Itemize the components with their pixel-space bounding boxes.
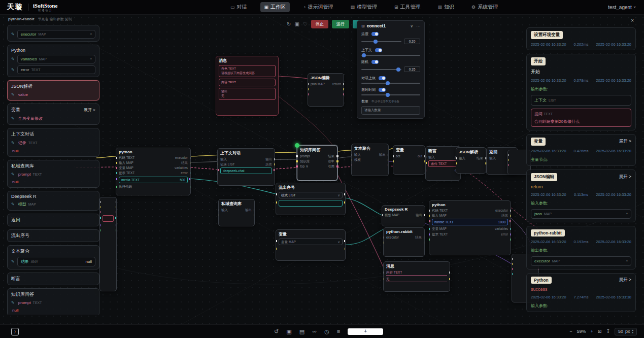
node-seq-node[interactable]: 流出序号模式 LIST∨ <box>276 183 346 215</box>
user-menu[interactable]: test_agent ∨ <box>608 0 636 14</box>
node-card-json-parse[interactable]: JSON解析✎value <box>7 80 99 100</box>
node-kb-qa-node[interactable]: 知识库问答prompt结果知识库命中top_k引用 <box>297 145 337 181</box>
nav-item-prompt-mgmt[interactable]: ◔提示词管理 <box>299 2 337 12</box>
param-field[interactable]: 上下文LIST <box>531 95 631 106</box>
expand-link[interactable]: 展开 > <box>84 107 95 113</box>
toggle-switch[interactable] <box>371 60 379 64</box>
red-field-box[interactable]: 角色 TEXT请根据以下内容生成回答 <box>219 65 276 77</box>
node-card-text-merge[interactable]: 文本聚合✎结果ANYnull <box>7 245 99 269</box>
collapse-sidebar-button[interactable]: ⟩ <box>11 328 19 335</box>
toggle-switch[interactable] <box>379 76 386 80</box>
node-context-node[interactable]: 上下文对话输入输出记录 LIST历史deepseek-chat <box>217 148 275 186</box>
node-python-big-node[interactable]: python代码 TEXTexecutor输入 MAP结果handle TEXT… <box>429 200 511 255</box>
nav-item-knowledge[interactable]: ▥知识 <box>434 2 459 12</box>
edit-icon[interactable]: ✎ <box>11 57 15 61</box>
snapshot-icon[interactable]: ▣ <box>286 328 291 335</box>
slider-track[interactable] <box>361 94 420 95</box>
undo-icon[interactable]: ↺ <box>274 328 279 335</box>
field-box[interactable]: errorTEXT <box>17 65 95 74</box>
field-box[interactable]: variablesMAP^ <box>17 55 95 63</box>
node-card-context-dialog[interactable]: 上下文对话✎记录TEXTnull <box>7 128 99 157</box>
slider-track[interactable] <box>361 41 401 42</box>
node-private-query-node[interactable]: 私域查询库输入输出 <box>218 199 255 226</box>
edit-icon[interactable]: ✎ <box>11 32 15 37</box>
edit-icon[interactable]: ✎ <box>11 92 15 97</box>
chevron-up-icon[interactable]: ^ <box>90 32 92 36</box>
layout-icon[interactable]: ▣ <box>294 21 299 27</box>
node-narrow-node[interactable] <box>99 197 117 291</box>
node-card-kb-qa[interactable]: 知识库问答✎promptTEXTnull <box>7 288 99 315</box>
node-card-deepseek-r[interactable]: Deepseek R✎模型MAP <box>7 191 99 211</box>
slider-thumb[interactable] <box>396 67 400 72</box>
slider-track[interactable] <box>361 83 420 84</box>
grid-size-box[interactable]: 50 px ▴ ▾ <box>615 328 637 335</box>
red-field-box[interactable]: 内容 TEXT <box>219 79 276 86</box>
expand-link[interactable]: 展开 > <box>619 277 631 283</box>
slider-track[interactable] <box>361 69 401 70</box>
chevron-up-icon[interactable]: ^ <box>90 57 92 61</box>
add-node-button[interactable]: + <box>348 328 383 335</box>
nav-item-system-mgmt[interactable]: ⚙系统管理 <box>467 2 502 12</box>
close-icon[interactable]: × <box>631 18 634 23</box>
nav-item-model-mgmt[interactable]: ▤模型管理 <box>346 2 381 12</box>
node-card-private-query[interactable]: 私域查询库✎promptTEXTnull <box>7 160 99 188</box>
fit-view-icon[interactable]: ⊡ <box>598 329 602 334</box>
node-json-parse-node[interactable]: JSON解析输入结果 <box>456 147 486 174</box>
refresh-icon[interactable]: ↻ <box>287 21 291 27</box>
param-field-pink[interactable]: 提问 TEXT合同纠纷案例20条做什么 <box>531 109 631 127</box>
chevron-up-icon[interactable]: ^ <box>626 212 628 216</box>
field-box[interactable]: executorMAP^ <box>17 30 95 39</box>
edit-icon[interactable]: ✎ <box>11 259 15 264</box>
expand-link[interactable]: 展开 > <box>619 139 631 145</box>
node-json-edit[interactable]: JSON编辑json MAPreturn <box>308 73 344 107</box>
node-card-python-rabbit-exec[interactable]: ✎executorMAP^ <box>7 25 99 42</box>
toggle-switch[interactable] <box>371 32 379 36</box>
nav-item-tool-mgmt[interactable]: ⊞工具管理 <box>390 2 425 12</box>
count-input[interactable]: 请输入数量 <box>361 106 420 115</box>
param-field[interactable]: jsonMAP^ <box>531 209 631 219</box>
field-box[interactable]: 结果ANYnull <box>17 257 95 266</box>
snap-down-icon[interactable]: ↧ <box>606 329 610 334</box>
favorite-icon[interactable]: ♡ <box>303 21 308 27</box>
param-field[interactable]: executorMAP^ <box>531 256 631 266</box>
run-button[interactable]: 运行 <box>332 20 349 28</box>
edit-icon[interactable]: ✎ <box>11 172 15 177</box>
node-deepseek-node[interactable]: Deepseek R模型 MAP输出 <box>382 205 425 226</box>
toggle-switch[interactable] <box>379 88 386 92</box>
edit-icon[interactable]: ✎ <box>11 202 15 207</box>
slider-thumb[interactable] <box>374 40 378 44</box>
node-python-left[interactable]: python代码 TEXTexecutor输入 MAP结果变量 MAPvaria… <box>116 148 191 195</box>
more-icon[interactable]: ⋯ <box>416 24 420 28</box>
toggle-switch[interactable] <box>375 48 382 52</box>
collapse-icon[interactable]: ∨ <box>410 24 413 28</box>
slider-thumb[interactable] <box>362 53 366 57</box>
node-message-node[interactable]: 消息角色 TEXT请根据以下内容生成回答内容 TEXT输出无 <box>216 56 279 116</box>
node-card-return[interactable]: 返回 <box>7 214 99 226</box>
slider-thumb[interactable] <box>386 81 390 85</box>
node-var-node[interactable]: 变量变量 MAP∨ <box>276 229 346 261</box>
expand-link[interactable]: 展开 > <box>619 174 631 180</box>
node-text-merge-node[interactable]: 文本聚合输入输出模板 <box>351 144 389 176</box>
node-var-small-node[interactable]: 变量setout <box>393 145 425 175</box>
edit-icon[interactable]: ✎ <box>11 300 15 305</box>
chevron-up-icon[interactable]: ^ <box>626 259 628 263</box>
stop-button[interactable]: 停止 <box>311 20 328 28</box>
node-card-seq-out[interactable]: 流出序号 <box>7 229 99 242</box>
list-icon[interactable]: ≡ <box>337 328 340 334</box>
nav-item-chat[interactable]: ▭对话 <box>226 2 251 12</box>
edit-icon[interactable]: ✎ <box>11 116 15 121</box>
zoom-in-button[interactable]: + <box>591 329 593 334</box>
node-card-assert[interactable]: 断言 <box>7 273 99 285</box>
node-message2-node[interactable]: 消息内容 TEXT无 <box>383 261 450 292</box>
slider-track[interactable] <box>361 55 420 56</box>
clipboard-icon[interactable]: ▤ <box>299 328 304 335</box>
node-py-rabbit-node[interactable]: python-rabbitexecutor结果 <box>383 227 425 257</box>
nav-item-workspace[interactable]: ▣工作区 <box>260 2 290 12</box>
node-card-python[interactable]: Python✎variablesMAP^✎errorTEXT <box>7 45 99 77</box>
history-icon[interactable]: ◷ <box>324 328 329 335</box>
slider-thumb[interactable] <box>386 93 390 97</box>
edit-icon[interactable]: ✎ <box>11 67 15 72</box>
node-card-variable[interactable]: 变量展开 >✎全局变量修改 <box>7 104 99 125</box>
node-config-panel[interactable]: ⊞ connect1 ∨ ⋯ 温度0.20上下文随机0.35对话上限超时时间 数… <box>357 20 425 119</box>
red-field-box[interactable]: 输出无 <box>219 88 276 100</box>
